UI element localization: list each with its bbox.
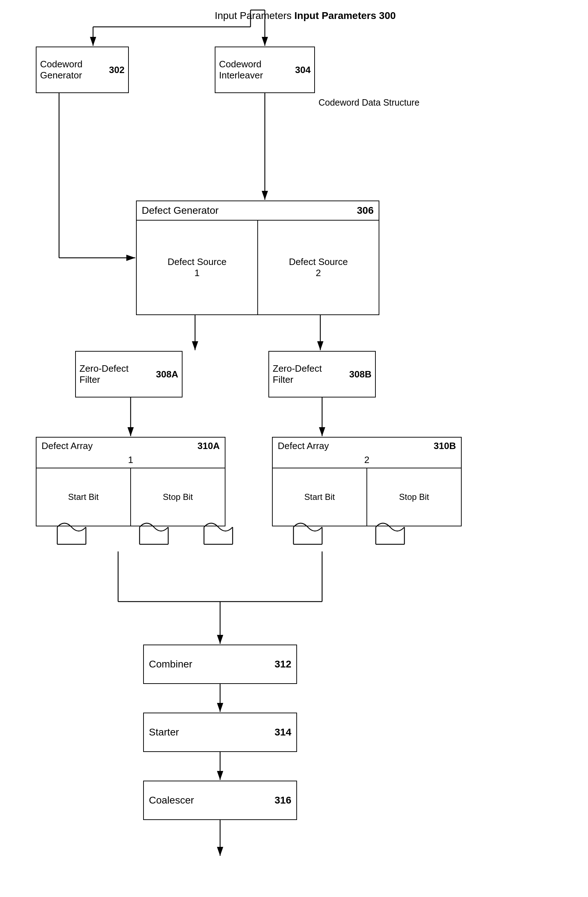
defect-generator-num: 306 bbox=[357, 205, 374, 216]
coalescer-num: 316 bbox=[275, 794, 291, 806]
defect-array-a-sub: 1 bbox=[37, 455, 225, 468]
defect-array-a-start: Start Bit bbox=[37, 468, 131, 526]
combiner-box: Combiner 312 bbox=[143, 644, 297, 684]
codeword-interleaver-num: 304 bbox=[295, 64, 311, 75]
defect-array-b-label: Defect Array bbox=[278, 441, 329, 452]
defect-array-b-start: Start Bit bbox=[273, 468, 367, 526]
zero-defect-filter-a-box: Zero-DefectFilter 308A bbox=[75, 351, 183, 398]
defect-array-b-stop: Stop Bit bbox=[367, 468, 461, 526]
codeword-generator-num: 302 bbox=[109, 64, 125, 75]
defect-array-a-label: Defect Array bbox=[41, 441, 93, 452]
defect-generator-label: Defect Generator bbox=[142, 205, 219, 216]
defect-array-a-box: Defect Array 310A 1 Start Bit Stop Bit bbox=[36, 437, 226, 527]
codeword-interleaver-box: CodewordInterleaver 304 bbox=[215, 47, 315, 93]
zero-defect-b-label: Zero-DefectFilter bbox=[273, 363, 322, 385]
defect-source-2: Defect Source2 bbox=[258, 220, 379, 314]
zero-defect-b-num: 308B bbox=[349, 369, 371, 380]
zero-defect-a-num: 308A bbox=[156, 369, 178, 380]
defect-array-b-sub: 2 bbox=[273, 455, 461, 468]
defect-array-a-num: 310A bbox=[197, 441, 220, 452]
codeword-data-label: Codeword Data Structure bbox=[319, 97, 420, 108]
combiner-label: Combiner bbox=[149, 658, 192, 670]
codeword-interleaver-label: CodewordInterleaver bbox=[219, 59, 263, 81]
defect-source-1: Defect Source1 bbox=[137, 220, 258, 314]
input-params-label: Input Parameters Input Parameters 300 bbox=[215, 10, 396, 21]
coalescer-label: Coalescer bbox=[149, 794, 194, 806]
defect-array-b-box: Defect Array 310B 2 Start Bit Stop Bit bbox=[272, 437, 462, 527]
zero-defect-filter-b-box: Zero-DefectFilter 308B bbox=[269, 351, 376, 398]
starter-box: Starter 314 bbox=[143, 713, 297, 752]
codeword-generator-box: CodewordGenerator 302 bbox=[36, 47, 129, 93]
zero-defect-a-label: Zero-DefectFilter bbox=[79, 363, 128, 385]
coalescer-box: Coalescer 316 bbox=[143, 781, 297, 820]
combiner-num: 312 bbox=[275, 658, 291, 670]
starter-label: Starter bbox=[149, 727, 179, 738]
defect-array-b-num: 310B bbox=[434, 441, 456, 452]
defect-array-a-stop: Stop Bit bbox=[131, 468, 225, 526]
codeword-generator-label: CodewordGenerator bbox=[40, 59, 82, 81]
diagram: Input Parameters Input Parameters 300 Co… bbox=[0, 0, 588, 897]
defect-generator-box: Defect Generator 306 Defect Source1 Defe… bbox=[136, 201, 379, 315]
starter-num: 314 bbox=[275, 727, 291, 738]
